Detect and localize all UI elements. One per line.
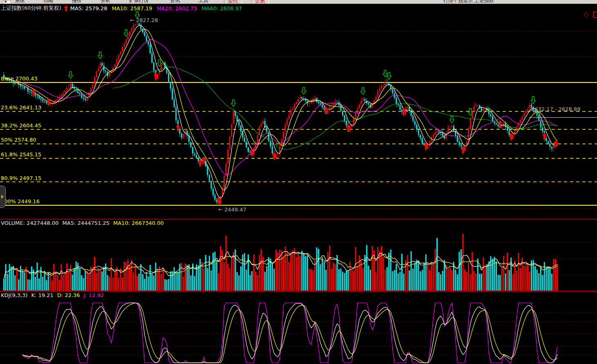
panel-separator [0,219,597,220]
volume-legend: VOLUME: 2427448.00MA5: 2444751.25MA10: 2… [1,220,168,226]
fib-label: 50% 2574.80 [1,137,36,143]
ma-legend-entry: MA5: 2579.28 [70,5,107,11]
ma-legend-entry: MA20: 2602.75 [157,5,197,11]
action-button[interactable]: 委托 [224,0,242,4]
kdj-panel[interactable] [0,292,597,364]
kdj-legend-entry: J: 12.92 [84,292,104,298]
volume-panel[interactable] [0,220,597,291]
volume-legend-entry: VOLUME: 2427448.00 [1,220,59,226]
price-chart-panel[interactable] [12,4,597,211]
fib-label: Base 2700.43 [1,75,38,82]
ma-legend-entry: MA10: 2587.19 [112,5,152,11]
chart-canvas [0,0,597,364]
app-window: 行情个股显示 上证指数 系统功能报价分析扩展行情资讯工具委托交易 上证指数(60… [0,0,597,364]
volume-legend-entry: MA5: 2444751.25 [63,220,110,226]
kdj-legend-entry: D: 22.36 [57,292,80,298]
toolbar-right-text: 行情个股显示 上证指数 [443,0,494,4]
app-icon[interactable] [3,0,11,4]
menu-item[interactable]: 扩展行情 [129,0,149,4]
kdj-legend: KDJ(9,3,3)K: 19.21D: 22.36J: 12.92 [1,292,107,298]
sidebar-collapse-handle[interactable] [0,186,6,208]
menu-item[interactable]: 报价 [72,0,82,4]
fib-label: 23.6% 2641.13 [1,104,41,111]
price-range-label: 2632.17 - 2628.89 [531,106,580,112]
menu-item[interactable]: 系统 [15,0,25,4]
fib-label: 38.2% 2604.45 [1,122,41,129]
up-arrow-icon [64,5,68,11]
diamond-icon[interactable]: ◇ [584,11,588,18]
kdj-legend-entry: K: 19.21 [31,292,54,298]
menu-item[interactable]: 资讯 [170,0,180,4]
menu-item[interactable]: 工具 [199,0,208,4]
top-menu-bar: 行情个股显示 上证指数 系统功能报价分析扩展行情资讯工具委托交易 [0,0,597,4]
square-icon[interactable] [593,11,597,18]
menu-item[interactable]: 分析 [101,0,110,4]
chart-title: 上证指数(60分钟.前复权) [1,4,61,12]
volume-legend-entry: MA10: 2667340.00 [113,220,164,226]
ma-legend: MA5: 2579.28MA10: 2587.19MA20: 2602.75MA… [70,5,246,11]
expand-arrow-icon [1,195,4,199]
fib-label: 61.8% 2545.15 [1,151,41,158]
fib-label: 100% 2449.16 [1,198,40,204]
fib-label: 80.9% 2497.15 [1,175,41,181]
panel-separator [0,291,597,292]
trough-price-label: ← 2449.47 [218,206,246,213]
action-button[interactable]: 交易 [251,0,269,4]
kdj-legend-entry: KDJ(9,3,3) [1,292,28,298]
main-chart-legend: 上证指数(60分钟.前复权) MA5: 2579.28MA10: 2587.19… [1,4,246,12]
menu-item[interactable]: 功能 [43,0,53,4]
peak-price-label: ← 2827.28 [130,17,158,23]
ma-legend-entry: MA60: 2608.97 [201,5,242,11]
